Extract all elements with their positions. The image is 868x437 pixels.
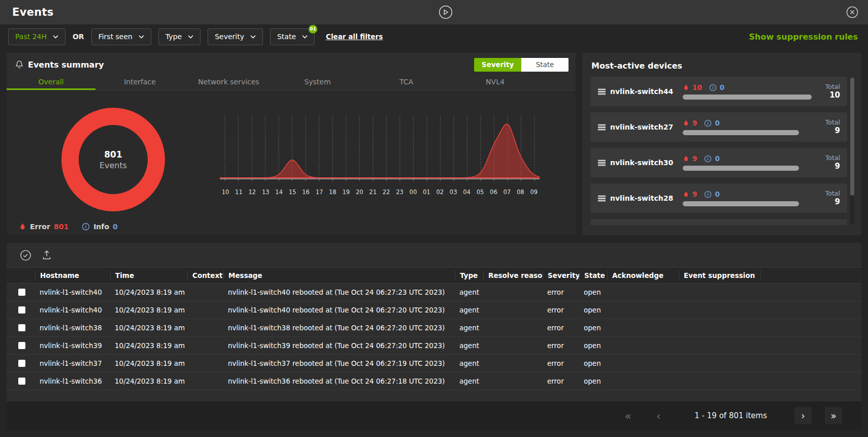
cell-severity: error <box>543 306 579 314</box>
device-card[interactable]: nvlink-switch27 9 0 Total 9 <box>590 112 847 142</box>
header-event-suppression[interactable]: Event suppression <box>679 270 760 280</box>
header-acknowledge[interactable]: Acknowledge <box>607 270 679 280</box>
tab-tca[interactable]: TCA <box>362 74 451 90</box>
device-name: nvlink-switch27 <box>610 123 673 131</box>
export-icon[interactable] <box>42 249 52 261</box>
cell-message: nvlink-l1-switch36 rebooted at (Tue Oct … <box>223 377 455 385</box>
first-seen-dropdown[interactable]: First seen <box>91 28 151 45</box>
page-title: Events <box>12 6 54 18</box>
cell-hostname: nvlink-l1-switch37 <box>35 359 110 367</box>
cell-hostname: nvlink-l1-switch40 <box>35 288 110 296</box>
header-time[interactable]: Time <box>110 270 187 280</box>
tab-overall[interactable]: Overall <box>7 74 95 90</box>
device-card[interactable]: nvlink-switch30 9 0 Total 9 <box>590 148 847 177</box>
x-axis-tick-label: 17 <box>314 189 324 196</box>
flame-icon <box>19 223 26 231</box>
pagination-last-button[interactable]: » <box>825 407 842 424</box>
device-list-scrollbar-thumb[interactable] <box>850 78 854 196</box>
info-icon <box>704 155 712 163</box>
chevron-down-icon <box>139 35 144 39</box>
play-circle-icon[interactable] <box>438 5 453 22</box>
events-timeline-chart: 1011121314151617181920212223000102030405… <box>220 109 540 218</box>
toggle-severity[interactable]: Severity <box>474 58 521 72</box>
cell-message: nvlink-l1-switch38 rebooted at (Tue Oct … <box>223 324 455 332</box>
show-suppression-rules-link[interactable]: Show suppression rules <box>749 32 860 42</box>
flame-icon <box>683 119 689 127</box>
header-hostname[interactable]: Hostname <box>35 270 110 280</box>
cell-hostname: nvlink-l1-switch40 <box>35 306 110 314</box>
x-axis-tick-label: 10 <box>220 189 230 196</box>
chevron-down-icon <box>53 35 58 39</box>
row-checkbox[interactable] <box>18 306 25 314</box>
row-checkbox[interactable] <box>18 342 25 349</box>
cell-type: agent <box>455 377 483 385</box>
row-checkbox[interactable] <box>18 289 25 296</box>
cell-message: nvlink-l1-switch40 rebooted at (Tue Oct … <box>223 288 455 296</box>
device-info-count: 0 <box>720 83 724 91</box>
header-context[interactable]: Context <box>187 270 223 280</box>
header-resolve-reason[interactable]: Resolve reason <box>483 270 543 280</box>
device-list-scrollbar <box>850 78 854 224</box>
table-row: nvlink-l1-switch37 10/24/2023 8:19 am nv… <box>7 355 861 372</box>
row-checkbox[interactable] <box>18 324 25 331</box>
device-card[interactable]: nvlink-switch21 9 0 Total 9 <box>590 219 847 225</box>
cell-time: 10/24/2023 8:19 am <box>110 359 187 367</box>
x-axis-tick-label: 00 <box>408 189 418 196</box>
device-total-label: Total <box>812 190 840 198</box>
device-card[interactable]: nvlink-switch44 10 0 Total 10 <box>590 77 847 106</box>
time-range-dropdown[interactable]: Past 24H <box>8 28 65 45</box>
x-axis-tick-label: 20 <box>354 189 364 196</box>
pagination-next-button[interactable]: › <box>794 407 812 424</box>
row-checkbox[interactable] <box>18 360 25 367</box>
close-icon[interactable] <box>846 6 859 21</box>
events-summary-content: 801 Events 10111213141516171819202122230… <box>7 90 576 218</box>
x-axis-tick-label: 12 <box>247 189 257 196</box>
device-total-label: Total <box>812 154 840 162</box>
toggle-state[interactable]: State <box>521 58 569 72</box>
header-type[interactable]: Type <box>455 270 483 280</box>
header-message[interactable]: Message <box>223 270 455 280</box>
device-activity-bar <box>683 166 799 171</box>
cell-type: agent <box>455 359 483 367</box>
or-label: OR <box>73 33 84 41</box>
flame-icon <box>683 155 689 162</box>
state-dropdown[interactable]: State 01 <box>270 28 315 45</box>
first-seen-label: First seen <box>98 33 132 41</box>
clear-all-filters-link[interactable]: Clear all filters <box>326 33 383 41</box>
cell-severity: error <box>543 288 579 296</box>
row-checkbox[interactable] <box>18 378 25 385</box>
type-dropdown[interactable]: Type <box>158 28 201 45</box>
device-total-value: 9 <box>812 162 840 171</box>
tab-interface[interactable]: Interface <box>95 74 184 90</box>
pagination-bar: « ‹ 1 - 19 of 801 items › » <box>7 401 861 430</box>
x-axis-tick-label: 03 <box>448 189 458 196</box>
severity-dropdown[interactable]: Severity <box>208 28 263 45</box>
pagination-prev-button[interactable]: ‹ <box>650 407 667 424</box>
x-axis-tick-label: 07 <box>502 189 512 196</box>
device-total-value: 10 <box>812 90 840 100</box>
cell-message: nvlink-l1-switch39 rebooted at (Tue Oct … <box>223 341 455 350</box>
time-range-label: Past 24H <box>15 33 47 41</box>
x-axis-tick-label: 08 <box>515 189 525 196</box>
tab-nvl4[interactable]: NVL4 <box>451 74 540 90</box>
select-check-circle-icon[interactable] <box>20 249 31 261</box>
device-card[interactable]: nvlink-switch28 9 0 Total 9 <box>590 183 847 213</box>
cell-time: 10/24/2023 8:19 am <box>110 324 187 332</box>
header-severity[interactable]: Severity <box>543 270 579 280</box>
header-state[interactable]: State <box>579 270 607 280</box>
x-axis-tick-label: 02 <box>435 189 445 196</box>
chevron-down-icon <box>188 35 193 39</box>
most-active-devices-title: Most-active devices <box>591 61 854 71</box>
state-label: State <box>277 33 296 41</box>
tab-network-services[interactable]: Network services <box>184 74 273 90</box>
state-filter-count-badge: 01 <box>309 25 317 34</box>
x-axis-tick-label: 13 <box>260 189 271 196</box>
switch-icon <box>597 159 606 167</box>
tab-system[interactable]: System <box>273 74 362 90</box>
cell-message: nvlink-l1-switch40 rebooted at (Tue Oct … <box>223 306 455 314</box>
table-rows: nvlink-l1-switch40 10/24/2023 8:19 am nv… <box>7 284 861 400</box>
device-info-count: 0 <box>715 190 719 198</box>
pagination-first-button[interactable]: « <box>619 407 637 424</box>
table-header-row: Hostname Time Context Message Type Resol… <box>7 267 861 284</box>
cell-time: 10/24/2023 8:19 am <box>110 288 187 296</box>
